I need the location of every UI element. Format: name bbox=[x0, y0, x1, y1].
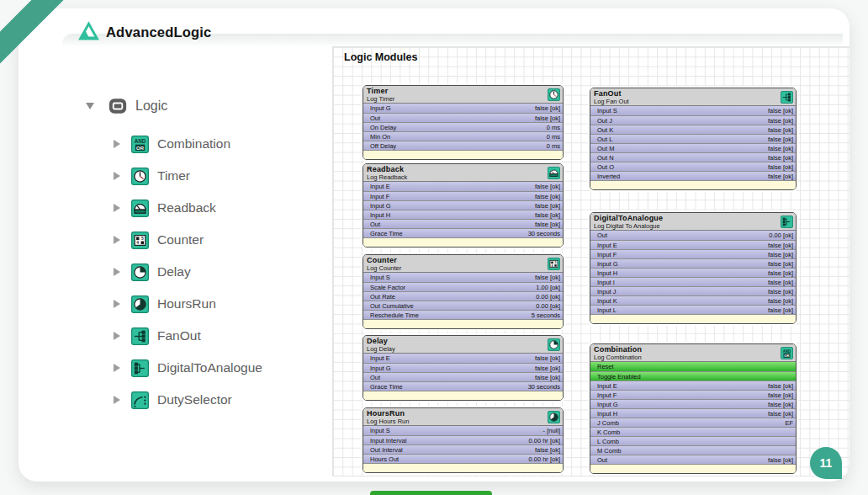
block-row-out[interactable]: Outfalse [ok] bbox=[363, 219, 563, 228]
expand-caret-icon[interactable] bbox=[114, 364, 120, 372]
block-row-input-h[interactable]: Input Hfalse [ok] bbox=[363, 210, 563, 219]
block-row-min-on[interactable]: Min On0 ms bbox=[363, 131, 563, 141]
block-row-inverted[interactable]: Invertedfalse [ok] bbox=[590, 171, 796, 180]
block-row-out-rate[interactable]: Out Rate0.00 [ok] bbox=[363, 291, 563, 301]
block-row-input-g[interactable]: Input Gfalse [ok] bbox=[590, 258, 796, 268]
block-row-m-comb[interactable]: M Comb bbox=[590, 445, 796, 455]
block-row-input-j[interactable]: Input Jfalse [ok] bbox=[590, 286, 796, 295]
block-row-grace-time[interactable]: Grace Time30 seconds bbox=[363, 381, 563, 391]
block-row-input-f[interactable]: Input Ffalse [ok] bbox=[590, 249, 796, 258]
block-header[interactable]: DelayLog Delay bbox=[363, 336, 563, 354]
block-row-out[interactable]: Outfalse [ok] bbox=[363, 113, 563, 122]
expand-caret-icon[interactable] bbox=[114, 140, 120, 148]
block-row-input-l[interactable]: Input Lfalse [ok] bbox=[590, 305, 796, 314]
block-row-input-g[interactable]: Input Gfalse [ok] bbox=[363, 363, 563, 372]
block-row-out-j[interactable]: Out Jfalse [ok] bbox=[590, 115, 796, 125]
block-row-input-interval[interactable]: Input Interval0.00 hr [ok] bbox=[363, 435, 563, 444]
tree-item-counter[interactable]: 54Counter bbox=[114, 224, 338, 256]
block-header[interactable]: FanOutLog Fan Out bbox=[590, 88, 796, 106]
block-row-out-m[interactable]: Out Mfalse [ok] bbox=[590, 143, 796, 152]
block-header[interactable]: ReadbackLog Readback bbox=[363, 164, 563, 182]
block-row-hours-out[interactable]: Hours Out0.00 hr [ok] bbox=[363, 454, 563, 463]
expand-caret-icon[interactable] bbox=[114, 268, 120, 276]
block-header[interactable]: TimerLog Timer bbox=[363, 86, 563, 104]
expand-caret-icon[interactable] bbox=[114, 300, 120, 308]
block-row-reschedule-time[interactable]: Reschedule Time5 seconds bbox=[363, 310, 563, 319]
module-block-combination[interactable]: CombinationLog CombinationANDORResetTogg… bbox=[590, 343, 797, 474]
block-row-toggle-enabled[interactable]: Toggle Enabled bbox=[590, 371, 796, 381]
tree-item-digitaltoanalogue[interactable]: DigitalToAnalogue bbox=[114, 352, 338, 384]
module-block-readback[interactable]: ReadbackLog ReadbackInput Efalse [ok]Inp… bbox=[363, 163, 564, 248]
block-header[interactable]: CounterLog Counter54 bbox=[363, 255, 563, 273]
expand-caret-icon[interactable] bbox=[114, 204, 120, 212]
tree-item-timer[interactable]: Timer bbox=[114, 160, 338, 192]
block-row-l-comb[interactable]: L Comb bbox=[590, 436, 796, 445]
tree-item-dutyselector[interactable]: DutySelector bbox=[114, 384, 338, 416]
row-label: Input L bbox=[597, 306, 617, 314]
block-header[interactable]: DigitalToAnalogueLog Digital To Analogue bbox=[590, 213, 796, 231]
block-row-k-comb[interactable]: K Comb bbox=[590, 427, 796, 436]
expand-caret-icon[interactable] bbox=[114, 172, 120, 180]
tree-item-label: DigitalToAnalogue bbox=[157, 360, 262, 375]
block-row-grace-time[interactable]: Grace Time30 seconds bbox=[363, 228, 563, 237]
expand-caret-icon[interactable] bbox=[114, 236, 120, 244]
block-row-input-e[interactable]: Input Efalse [ok] bbox=[363, 354, 563, 363]
block-row-input-h[interactable]: Input Hfalse [ok] bbox=[590, 408, 796, 418]
block-row-on-delay[interactable]: On Delay0 ms bbox=[363, 122, 563, 131]
block-row-input-e[interactable]: Input Efalse [ok] bbox=[363, 182, 563, 191]
row-value: false [ok] bbox=[768, 145, 793, 152]
block-row-input-s[interactable]: Input S- [null] bbox=[363, 426, 563, 435]
block-row-out-cumulative[interactable]: Out Cumulative0.00 [ok] bbox=[363, 301, 563, 310]
block-row-out-k[interactable]: Out Kfalse [ok] bbox=[590, 125, 796, 134]
block-row-out-interval[interactable]: Out Intervalfalse [ok] bbox=[363, 444, 563, 454]
block-row-input-f[interactable]: Input Ffalse [ok] bbox=[590, 390, 796, 399]
row-label: Out bbox=[370, 374, 380, 381]
block-row-scale-factor[interactable]: Scale Factor1.00 [ok] bbox=[363, 282, 563, 291]
block-row-out[interactable]: Outfalse [ok] bbox=[590, 455, 796, 464]
row-value: false [ok] bbox=[768, 107, 793, 114]
tree-item-hoursrun[interactable]: HoursRun bbox=[114, 288, 338, 320]
block-row-input-g[interactable]: Input Gfalse [ok] bbox=[590, 399, 796, 408]
folder-icon bbox=[108, 97, 127, 115]
row-value: false [ok] bbox=[535, 202, 560, 210]
module-block-fanout[interactable]: FanOutLog Fan OutInput Sfalse [ok]Out Jf… bbox=[590, 88, 797, 190]
block-row-input-f[interactable]: Input Ffalse [ok] bbox=[363, 191, 563, 200]
counter-icon: 54 bbox=[131, 232, 149, 249]
block-row-out-l[interactable]: Out Lfalse [ok] bbox=[590, 134, 796, 143]
block-row-input-k[interactable]: Input Kfalse [ok] bbox=[590, 295, 796, 305]
block-row-out-o[interactable]: Out Ofalse [ok] bbox=[590, 162, 796, 171]
dta-icon bbox=[131, 359, 149, 377]
readback-icon bbox=[548, 167, 560, 183]
block-row-out[interactable]: Outfalse [ok] bbox=[363, 372, 563, 381]
expand-caret-icon[interactable] bbox=[114, 332, 120, 340]
block-row-input-e[interactable]: Input Efalse [ok] bbox=[590, 240, 796, 249]
block-row-input-i[interactable]: Input Ifalse [ok] bbox=[590, 277, 796, 286]
tree-item-delay[interactable]: Delay bbox=[114, 256, 338, 288]
block-row-out[interactable]: Out0.00 [ok] bbox=[590, 231, 796, 240]
block-row-input-s[interactable]: Input Sfalse [ok] bbox=[363, 273, 563, 282]
block-row-out-n[interactable]: Out Nfalse [ok] bbox=[590, 152, 796, 162]
block-row-input-h[interactable]: Input Hfalse [ok] bbox=[590, 268, 796, 277]
module-block-timer[interactable]: TimerLog TimerInput Gfalse [ok]Outfalse … bbox=[363, 85, 564, 160]
module-block-counter[interactable]: CounterLog Counter54Input Sfalse [ok]Sca… bbox=[363, 254, 564, 329]
block-row-input-e[interactable]: Input Efalse [ok] bbox=[590, 381, 796, 390]
row-label: Reset bbox=[597, 363, 614, 370]
block-row-reset[interactable]: Reset bbox=[590, 362, 796, 371]
expand-caret-icon[interactable] bbox=[114, 396, 120, 404]
block-header[interactable]: CombinationLog CombinationANDOR bbox=[590, 344, 796, 362]
module-block-digitaltoanalogue[interactable]: DigitalToAnalogueLog Digital To Analogue… bbox=[590, 212, 797, 324]
tree-item-combination[interactable]: ANDORCombination bbox=[114, 128, 338, 160]
tree-item-fanout[interactable]: FanOut bbox=[114, 320, 338, 352]
block-row-input-s[interactable]: Input Sfalse [ok] bbox=[590, 106, 796, 115]
row-label: Input I bbox=[597, 279, 615, 286]
module-block-hoursrun[interactable]: HoursRunLog Hours RunInput S- [null]Inpu… bbox=[363, 407, 564, 473]
block-row-input-g[interactable]: Input Gfalse [ok] bbox=[363, 104, 563, 113]
block-row-input-g[interactable]: Input Gfalse [ok] bbox=[363, 200, 563, 210]
block-row-j-comb[interactable]: J CombEF bbox=[590, 418, 796, 427]
collapse-caret-icon[interactable] bbox=[86, 103, 94, 109]
block-header[interactable]: HoursRunLog Hours Run bbox=[363, 408, 563, 426]
module-block-delay[interactable]: DelayLog DelayInput Efalse [ok]Input Gfa… bbox=[363, 335, 564, 401]
tree-item-readback[interactable]: Readback bbox=[114, 192, 338, 224]
block-row-off-delay[interactable]: Off Delay0 ms bbox=[363, 141, 563, 150]
tree-item-logic[interactable]: Logic bbox=[86, 95, 338, 117]
